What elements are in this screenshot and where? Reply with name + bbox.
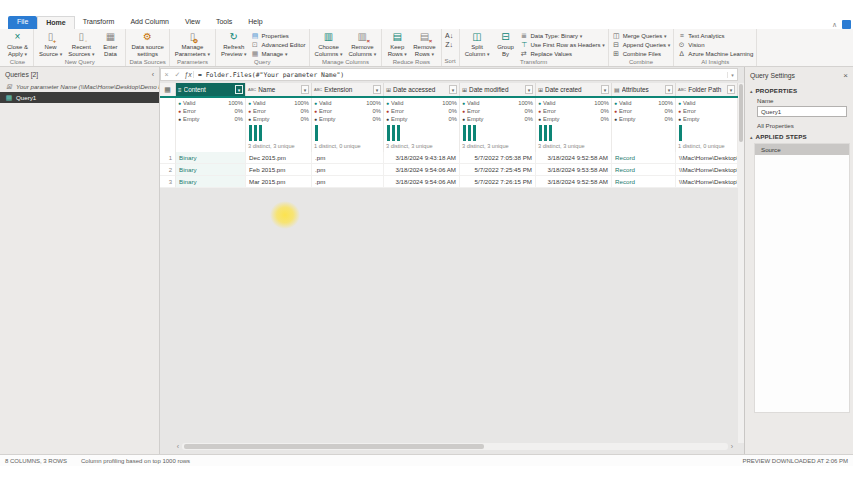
cell-folder-path[interactable]: \\Mac\Home\Desktop\Dem — [676, 152, 738, 164]
formula-input[interactable]: = Folder.Files(#"Your parameter Name") — [198, 71, 727, 79]
filter-dropdown-icon-date-accessed[interactable]: ▾ — [449, 85, 457, 94]
merge-queries-button[interactable]: ◫Merge Queries ▾ — [612, 32, 671, 40]
cell-folder-path[interactable]: \\Mac\Home\Desktop\Dem — [676, 176, 738, 188]
cell-content[interactable]: Binary — [176, 176, 246, 188]
cell-date-accessed[interactable]: 3/18/2024 9:54:06 AM — [384, 176, 460, 188]
cell-date-accessed[interactable]: 3/18/2024 9:54:06 AM — [384, 164, 460, 176]
text-analytics-button[interactable]: ≡Text Analytics — [677, 32, 753, 40]
ribbon-group-transform: ◫SplitColumn ▾⊟GroupBy≣Data Type: Binary… — [460, 29, 609, 66]
filter-dropdown-icon-folder-path[interactable]: ▾ — [727, 85, 735, 94]
horizontal-scroll-thumb[interactable] — [184, 444, 484, 449]
column-header-date-modified[interactable]: ⊞Date modified▾ — [460, 83, 536, 96]
collapse-applied-steps-icon[interactable]: ▴ — [750, 134, 753, 140]
tab-help[interactable]: Help — [240, 16, 270, 29]
query-list-item-your[interactable]: ⊠Your parameter Name (\\Mac\Home\Desktop… — [0, 81, 159, 92]
append-queries-button[interactable]: ⊟Append Queries ▾ — [612, 41, 671, 49]
combine-files-button[interactable]: ⊞Combine Files — [612, 50, 671, 58]
new-source-button[interactable]: ▯+NewSource ▾ — [37, 30, 64, 58]
azure-machine-learning-button[interactable]: ∆Azure Machine Learning — [677, 50, 753, 58]
column-header-folder-path[interactable]: ABCFolder Path▾ — [676, 83, 738, 96]
collapse-ribbon-icon[interactable]: ∧ — [832, 21, 837, 29]
use-first-row-as-headers-button[interactable]: ⊤Use First Row as Headers ▾ — [519, 41, 604, 49]
horizontal-scroll-track[interactable] — [182, 443, 728, 450]
applied-step-source[interactable]: Source — [755, 144, 849, 155]
query-name-input[interactable]: Query1 — [757, 106, 847, 117]
column-header-attributes[interactable]: ▤Attributes▾ — [612, 83, 676, 96]
filter-dropdown-icon-date-created[interactable]: ▾ — [601, 85, 609, 94]
manage-button[interactable]: ▦Manage ▾ — [251, 50, 306, 58]
table-corner-menu-icon[interactable]: ▦ — [160, 83, 176, 96]
cell-folder-path[interactable]: \\Mac\Home\Desktop\Dem — [676, 164, 738, 176]
cell-name[interactable]: Mar 2015.pm — [246, 176, 312, 188]
cell-attributes[interactable]: Record — [612, 176, 676, 188]
quality-error-value: 0% — [301, 107, 309, 115]
replace-values-button[interactable]: ⇄Replace Values — [519, 50, 604, 58]
scroll-left-icon[interactable]: ‹ — [174, 442, 182, 451]
filter-dropdown-icon-date-modified[interactable]: ▾ — [525, 85, 533, 94]
cancel-icon[interactable]: × — [161, 71, 172, 78]
column-header-date-created[interactable]: ⊞Date created▾ — [536, 83, 612, 96]
cell-date-modified[interactable]: 5/7/2022 7:05:38 PM — [460, 152, 536, 164]
tab-home[interactable]: Home — [37, 16, 74, 29]
filter-dropdown-icon-extension[interactable]: ▾ — [373, 85, 381, 94]
scroll-right-icon[interactable]: › — [728, 442, 736, 451]
refresh-preview-button[interactable]: ↻RefreshPreview ▾ — [219, 30, 249, 58]
group-by-button[interactable]: ⊟GroupBy — [493, 30, 517, 58]
remove-rows-button[interactable]: ▤×RemoveRows ▾ — [411, 30, 437, 58]
cell-attributes[interactable]: Record — [612, 152, 676, 164]
cell-attributes[interactable]: Record — [612, 164, 676, 176]
properties-button[interactable]: ▤Properties — [251, 32, 306, 40]
ribbon-group-data-sources: ⚙Data sourcesettingsData Sources — [126, 29, 169, 66]
cell-extension[interactable]: .pm — [312, 152, 384, 164]
cell-content[interactable]: Binary — [176, 164, 246, 176]
choose-columns-button[interactable]: ▥ChooseColumns ▾ — [313, 30, 345, 58]
filter-dropdown-icon-attributes[interactable]: ▾ — [665, 85, 673, 94]
manage-parameters-button[interactable]: ▯⚙ManageParameters ▾ — [173, 30, 212, 58]
collapse-properties-icon[interactable]: ▴ — [750, 88, 753, 94]
column-header-date-accessed[interactable]: ⊞Date accessed▾ — [384, 83, 460, 96]
distribution-bar — [392, 125, 395, 141]
cell-extension[interactable]: .pm — [312, 176, 384, 188]
recent-sources-button[interactable]: ▯◦RecentSources ▾ — [66, 30, 96, 58]
cell-date-created[interactable]: 3/18/2024 9:52:58 AM — [536, 152, 612, 164]
data-type-binary-button[interactable]: ≣Data Type: Binary ▾ — [519, 32, 604, 40]
tab-transform[interactable]: Transform — [75, 16, 123, 29]
cell-name[interactable]: Feb 2015.pm — [246, 164, 312, 176]
sort-descending-icon-button[interactable]: Z↓ — [445, 41, 454, 49]
formula-expand-icon[interactable]: ▾ — [727, 72, 737, 78]
cell-date-created[interactable]: 3/18/2024 9:52:58 AM — [536, 176, 612, 188]
filter-dropdown-icon-name[interactable]: ▾ — [301, 85, 309, 94]
collapse-queries-panel-icon[interactable]: ‹ — [152, 71, 154, 78]
vertical-scroll-thumb[interactable] — [739, 84, 743, 142]
tab-add-column[interactable]: Add Column — [122, 16, 177, 29]
cell-name[interactable]: Dec 2015.pm — [246, 152, 312, 164]
tab-tools[interactable]: Tools — [208, 16, 240, 29]
query-list-item-query1-selected[interactable]: ▦Query1 — [0, 92, 159, 103]
cell-date-modified[interactable]: 5/7/2022 7:25:45 PM — [460, 164, 536, 176]
advanced-editor-button[interactable]: ⊡Advanced Editor — [251, 41, 306, 49]
enter-data-button[interactable]: ▦EnterData — [98, 30, 122, 58]
check-icon[interactable]: ✓ — [172, 71, 183, 79]
keep-rows-button[interactable]: ▤KeepRows ▾ — [385, 30, 409, 58]
column-header-name[interactable]: ABCName▾ — [246, 83, 312, 96]
data-source-settings-button[interactable]: ⚙Data sourcesettings — [129, 30, 165, 58]
sort-ascending-icon-button[interactable]: A↓ — [445, 32, 454, 40]
vision-button[interactable]: ⊙Vision — [677, 41, 753, 49]
tab-view[interactable]: View — [177, 16, 208, 29]
close-apply-button[interactable]: ×Close &Apply ▾ — [5, 30, 30, 58]
cell-date-created[interactable]: 3/18/2024 9:53:58 AM — [536, 164, 612, 176]
cell-extension[interactable]: .pm — [312, 164, 384, 176]
app-badge-icon[interactable] — [842, 20, 851, 29]
horizontal-scrollbar[interactable]: ‹ › — [174, 442, 736, 451]
close-icon[interactable]: × — [843, 71, 848, 80]
remove-columns-button[interactable]: ▥×RemoveColumns ▾ — [346, 30, 378, 58]
cell-date-accessed[interactable]: 3/18/2024 9:43:18 AM — [384, 152, 460, 164]
split-column-button[interactable]: ◫SplitColumn ▾ — [463, 30, 492, 58]
cell-content[interactable]: Binary — [176, 152, 246, 164]
column-header-content[interactable]: ≡Content▾ — [176, 83, 246, 96]
column-header-extension[interactable]: ABCExtension▾ — [312, 83, 384, 96]
filter-dropdown-icon-content[interactable]: ▾ — [235, 85, 243, 94]
all-properties-link[interactable]: All Properties — [757, 122, 848, 129]
cell-date-modified[interactable]: 5/7/2022 7:26:15 PM — [460, 176, 536, 188]
tab-file[interactable]: File — [8, 16, 37, 29]
